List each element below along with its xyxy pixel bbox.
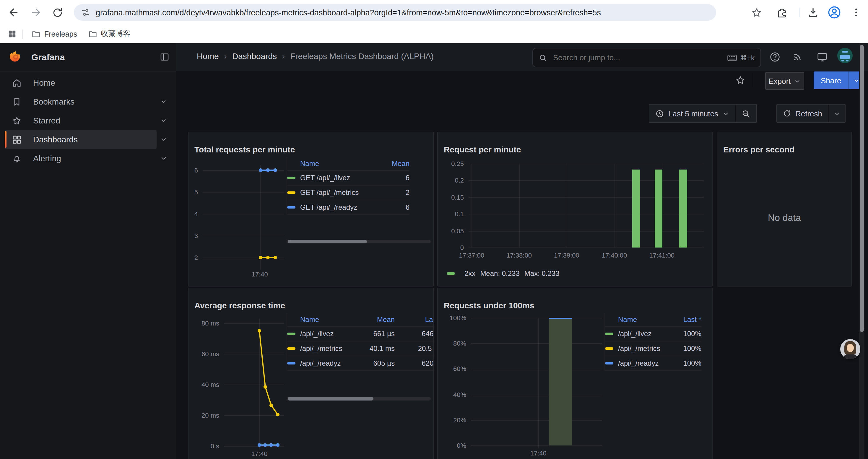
screen: grafana.mathmast.com/d/deytv4rwavabkb/fr… bbox=[0, 0, 868, 459]
panel-average-response-time[interactable]: Average response time 80 ms60 ms40 ms20 … bbox=[188, 288, 434, 459]
search-shortcut: ⌘+k bbox=[727, 54, 754, 62]
refresh-icon bbox=[783, 109, 791, 118]
breadcrumb-current: Freeleaps Metrics Dashboard (ALPHA) bbox=[290, 52, 434, 61]
legend-col-last[interactable]: Last * bbox=[666, 316, 701, 324]
export-button[interactable]: Export bbox=[765, 72, 804, 90]
assistant-avatar-widget[interactable] bbox=[840, 339, 860, 359]
bookmark-folder-freeleaps[interactable]: Freeleaps bbox=[31, 29, 77, 39]
legend-row[interactable]: GET /api/_/readyz 6 bbox=[287, 200, 409, 215]
legend-col-name[interactable]: Name bbox=[618, 316, 666, 324]
bookmark-folder-blogs[interactable]: 收藏博客 bbox=[88, 29, 130, 39]
forward-icon[interactable] bbox=[29, 5, 43, 20]
chevron-down-icon[interactable] bbox=[160, 117, 167, 124]
series-mean: Mean: 0.233 bbox=[480, 269, 519, 277]
breadcrumb: Home › Dashboards › Freeleaps Metrics Da… bbox=[197, 52, 434, 61]
reload-icon[interactable] bbox=[50, 5, 64, 20]
series-color-dash bbox=[287, 191, 296, 194]
panel-requests-under-100ms[interactable]: Requests under 100ms 100%80%60%40%20%0%1… bbox=[437, 288, 713, 459]
legend-row[interactable]: GET /api/_/livez 6 bbox=[287, 171, 409, 186]
chevron-down-icon[interactable] bbox=[160, 136, 167, 143]
help-icon[interactable] bbox=[768, 50, 781, 63]
time-range-label: Last 5 minutes bbox=[668, 109, 718, 118]
download-icon[interactable] bbox=[806, 5, 820, 20]
panel-total-requests-per-minute[interactable]: Total requests per minute 6543217:40 Nam… bbox=[188, 132, 434, 287]
zoom-out-button[interactable] bbox=[735, 104, 756, 122]
legend-scrollbar[interactable] bbox=[286, 240, 431, 243]
panel-title: Requests under 100ms bbox=[444, 300, 534, 310]
bell-icon bbox=[12, 153, 22, 163]
sidebar-item-bookmarks[interactable]: Bookmarks bbox=[0, 92, 176, 111]
panel-errors-per-second[interactable]: Errors per second No data bbox=[717, 132, 852, 287]
legend-col-mean[interactable]: Mean bbox=[358, 316, 395, 324]
dashboard-canvas: Last 5 minutes Refresh bbox=[176, 94, 868, 459]
share-button[interactable]: Share bbox=[814, 71, 864, 89]
legend-row[interactable]: /api/_/metrics 40.1 ms 20.5 ms bbox=[287, 341, 434, 356]
timeseries-chart: 6543217:40 bbox=[203, 170, 284, 258]
sidebar-item-label: Bookmarks bbox=[33, 97, 74, 106]
legend-row[interactable]: /api/_/readyz 605 µs 620 µs bbox=[287, 356, 434, 371]
dock-menu-icon[interactable] bbox=[159, 52, 169, 62]
panel-title: Total requests per minute bbox=[194, 144, 295, 154]
toolbar-divider bbox=[753, 73, 753, 88]
series-max: Max: 0.233 bbox=[524, 269, 560, 277]
home-icon bbox=[12, 78, 22, 88]
grafana-logo[interactable] bbox=[9, 51, 22, 63]
legend-row[interactable]: /api/_/readyz 100% bbox=[605, 356, 701, 371]
sidebar-item-alerting[interactable]: Alerting bbox=[0, 149, 176, 168]
no-data-message: No data bbox=[717, 213, 851, 223]
breadcrumb-separator: › bbox=[224, 52, 227, 61]
legend-row[interactable]: /api/_/livez 100% bbox=[605, 327, 701, 341]
sidebar-item-label: Starred bbox=[33, 116, 60, 125]
legend-row[interactable]: /api/_/metrics 100% bbox=[605, 341, 701, 356]
series-mean: 6 bbox=[380, 203, 409, 211]
monitor-icon[interactable] bbox=[815, 50, 829, 63]
legend-row[interactable]: GET /api/_/metrics 2 bbox=[287, 186, 409, 200]
favorite-star-icon[interactable] bbox=[735, 75, 746, 86]
apps-grid-icon[interactable] bbox=[8, 30, 17, 38]
panel-request-per-minute[interactable]: Request per minute 0.250.20.150.10.05017… bbox=[437, 132, 713, 287]
time-range-picker[interactable]: Last 5 minutes bbox=[649, 104, 756, 123]
chevron-down-icon[interactable] bbox=[160, 155, 167, 162]
sidebar-item-label: Alerting bbox=[33, 154, 61, 163]
user-avatar[interactable] bbox=[837, 48, 852, 63]
profile-icon[interactable] bbox=[827, 5, 841, 20]
bookmarks-bar: Freeleaps 收藏博客 bbox=[0, 25, 868, 44]
browser-menu-icon[interactable] bbox=[849, 5, 863, 20]
bookmark-folder-label: Freeleaps bbox=[44, 30, 77, 38]
page-scrollbar[interactable] bbox=[859, 43, 864, 459]
legend-row[interactable]: /api/_/livez 661 µs 646 µs bbox=[287, 327, 434, 341]
legend-table: Name Last * /api/_/livez 100% /api/_/met… bbox=[604, 313, 708, 371]
legend-scrollbar[interactable] bbox=[286, 397, 431, 400]
folder-icon bbox=[88, 29, 97, 39]
search-input[interactable]: ⌘+k bbox=[532, 48, 761, 67]
series-name: /api/_/livez bbox=[618, 330, 666, 338]
sidebar-item-home[interactable]: Home bbox=[0, 73, 176, 92]
refresh-button[interactable]: Refresh bbox=[777, 104, 828, 122]
legend-col-mean[interactable]: Mean bbox=[380, 160, 409, 168]
browser-chrome: grafana.mathmast.com/d/deytv4rwavabkb/fr… bbox=[0, 0, 868, 43]
site-settings-icon[interactable] bbox=[81, 8, 90, 17]
extensions-icon[interactable] bbox=[775, 5, 789, 20]
legend-col-name[interactable]: Name bbox=[300, 316, 358, 324]
legend[interactable]: 2xx Mean: 0.233 Max: 0.233 bbox=[447, 269, 560, 277]
legend-col-name[interactable]: Name bbox=[300, 160, 380, 168]
address-bar[interactable]: grafana.mathmast.com/d/deytv4rwavabkb/fr… bbox=[74, 4, 716, 21]
series-mean: 6 bbox=[380, 174, 409, 182]
legend-header: Name Last * bbox=[605, 313, 701, 327]
series-name: /api/_/readyz bbox=[618, 359, 666, 367]
series-name: GET /api/_/metrics bbox=[300, 189, 380, 197]
bookmark-star-icon[interactable] bbox=[749, 5, 764, 20]
legend-col-last[interactable]: Last * bbox=[395, 316, 434, 324]
news-rss-icon[interactable] bbox=[791, 50, 804, 63]
refresh-interval-chevron[interactable] bbox=[829, 104, 845, 122]
chevron-down-icon[interactable] bbox=[160, 98, 167, 105]
breadcrumb-dashboards[interactable]: Dashboards bbox=[232, 52, 277, 61]
back-icon[interactable] bbox=[6, 5, 21, 20]
refresh-picker[interactable]: Refresh bbox=[776, 104, 845, 123]
sidebar-item-dashboards[interactable]: Dashboards bbox=[0, 130, 176, 149]
breadcrumb-home[interactable]: Home bbox=[197, 52, 219, 61]
sidebar-item-starred[interactable]: Starred bbox=[0, 111, 176, 130]
series-name: /api/_/metrics bbox=[618, 345, 666, 353]
legend-header: Name Mean bbox=[287, 157, 409, 171]
scrollbar-thumb[interactable] bbox=[860, 45, 864, 332]
